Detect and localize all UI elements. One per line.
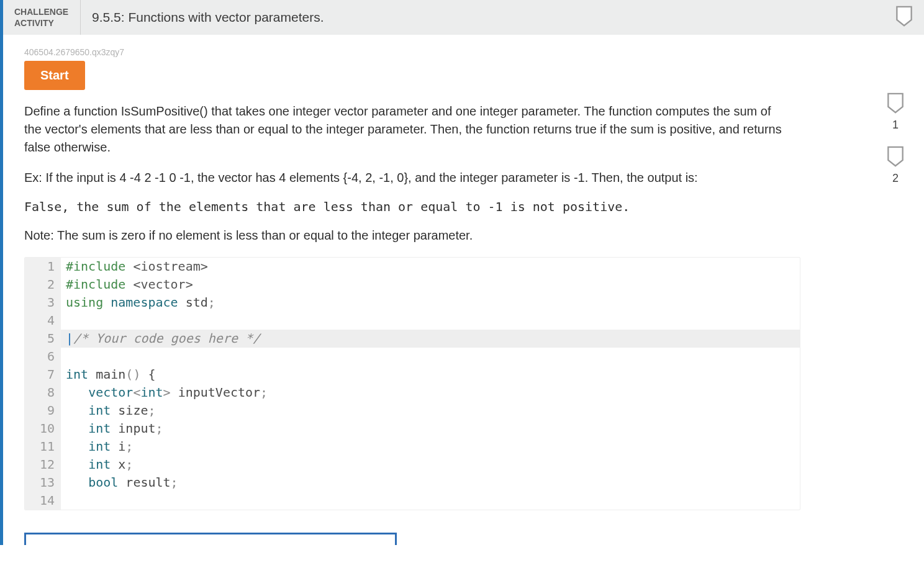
line-number: 10 [25, 420, 61, 438]
code-line[interactable]: int input; [61, 420, 800, 438]
code-line[interactable]: int size; [61, 402, 800, 420]
step-number: 2 [892, 172, 899, 184]
code-line[interactable] [61, 492, 800, 510]
code-line[interactable]: int main() { [61, 366, 800, 384]
code-line[interactable]: bool result; [61, 474, 800, 492]
line-number: 3 [25, 294, 61, 312]
example-output: False, the sum of the elements that are … [24, 199, 903, 214]
shield-icon [887, 145, 904, 168]
challenge-label-line1: CHALLENGE [14, 7, 68, 17]
code-line[interactable]: int i; [61, 438, 800, 456]
line-number: 9 [25, 402, 61, 420]
step-1[interactable]: 1 [886, 92, 905, 132]
completion-shield-icon [895, 5, 913, 30]
text-cursor: | [66, 331, 73, 346]
challenge-title: 9.5.5: Functions with vector parameters. [81, 0, 335, 35]
line-number: 1 [25, 258, 61, 276]
code-line[interactable] [61, 348, 800, 366]
code-line[interactable]: using namespace std; [61, 294, 800, 312]
line-number: 11 [25, 438, 61, 456]
line-number: 13 [25, 474, 61, 492]
output-panel-top-border [24, 533, 397, 545]
line-number: 7 [25, 366, 61, 384]
line-number: 14 [25, 492, 61, 510]
step-2[interactable]: 2 [886, 145, 905, 185]
line-number: 5 [25, 330, 61, 348]
line-number: 8 [25, 384, 61, 402]
code-line[interactable]: vector<int> inputVector; [61, 384, 800, 402]
line-number: 2 [25, 276, 61, 294]
code-line-active[interactable]: |/* Your code goes here */ [61, 330, 800, 348]
activity-hash: 406504.2679650.qx3zqy7 [24, 47, 903, 57]
line-number: 6 [25, 348, 61, 366]
line-number: 15 [25, 510, 61, 510]
prompt-paragraph-2: Ex: If the input is 4 -4 2 -1 0 -1, the … [24, 169, 788, 187]
code-line[interactable]: // Read the vector's size, and then the … [61, 510, 800, 510]
step-indicator: 1 2 [886, 92, 905, 199]
line-number: 12 [25, 456, 61, 474]
challenge-header: CHALLENGE ACTIVITY 9.5.5: Functions with… [3, 0, 924, 35]
code-editor[interactable]: 1#include <iostream> 2#include <vector> … [24, 257, 800, 510]
line-number: 4 [25, 312, 61, 330]
challenge-label: CHALLENGE ACTIVITY [3, 0, 81, 35]
challenge-label-line2: ACTIVITY [14, 18, 54, 28]
start-button[interactable]: Start [24, 61, 85, 90]
prompt-paragraph-1: Define a function IsSumPositive() that t… [24, 102, 788, 156]
code-line[interactable]: #include <iostream> [61, 258, 800, 276]
shield-icon [887, 92, 904, 114]
prompt-paragraph-3: Note: The sum is zero if no element is l… [24, 227, 788, 245]
code-line[interactable]: int x; [61, 456, 800, 474]
code-line[interactable] [61, 312, 800, 330]
step-number: 1 [892, 119, 899, 131]
code-line[interactable]: #include <vector> [61, 276, 800, 294]
